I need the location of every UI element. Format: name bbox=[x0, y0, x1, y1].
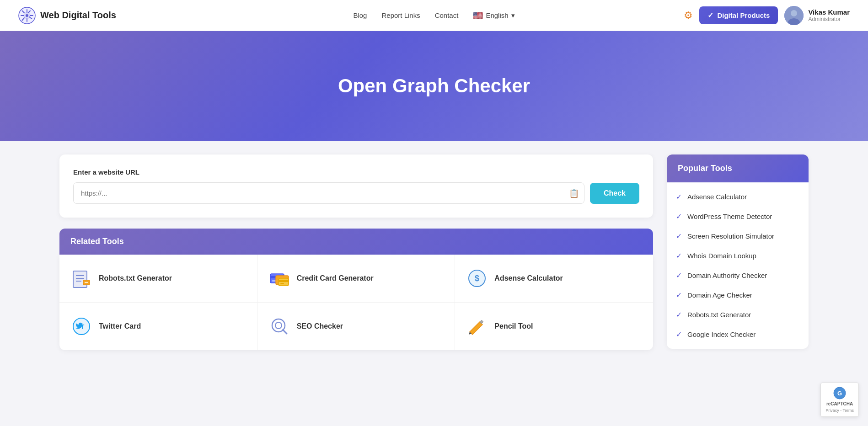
robots-icon bbox=[70, 267, 92, 289]
popular-tool-name: Domain Authority Checker bbox=[687, 272, 767, 279]
user-menu[interactable]: Vikas Kumar Administrator bbox=[784, 6, 850, 25]
seo-icon bbox=[268, 315, 290, 337]
check-icon: ✓ bbox=[676, 291, 682, 299]
popular-tool-item[interactable]: ✓ Domain Age Checker bbox=[667, 285, 809, 305]
popular-tool-name: WordPress Theme Detector bbox=[687, 213, 772, 220]
tool-adsense-name: Adsense Calculator bbox=[494, 274, 563, 282]
nav-report-links[interactable]: Report Links bbox=[381, 11, 420, 19]
popular-tool-item[interactable]: ✓ Google Index Checker bbox=[667, 325, 809, 344]
popular-tool-item[interactable]: ✓ Adsense Calculator bbox=[667, 187, 809, 207]
tool-twitter-card[interactable]: T Twitter Card bbox=[59, 303, 257, 350]
popular-tool-item[interactable]: ✓ Domain Authority Checker bbox=[667, 266, 809, 285]
language-label: English bbox=[486, 11, 508, 19]
settings-button[interactable]: ⚙ bbox=[684, 10, 693, 21]
nav-contact[interactable]: Contact bbox=[435, 11, 459, 19]
tool-credit-card-name: Credit Card Generator bbox=[297, 274, 374, 282]
hero-section: Open Graph Checker bbox=[0, 31, 868, 141]
check-button[interactable]: Check bbox=[590, 183, 639, 204]
twitter-icon: T bbox=[70, 315, 92, 337]
tool-adsense-calculator[interactable]: $ Adsense Calculator bbox=[455, 255, 653, 302]
tool-robots-generator[interactable]: Robots.txt Generator bbox=[59, 255, 257, 302]
svg-point-2 bbox=[26, 14, 28, 17]
logo-icon bbox=[18, 7, 36, 24]
popular-tool-name: Adsense Calculator bbox=[687, 193, 747, 201]
left-column: Enter a website URL 📋 Check Related Tool… bbox=[59, 154, 653, 350]
popular-tools-card: Popular Tools ✓ Adsense Calculator✓ Word… bbox=[667, 154, 809, 349]
related-tools-header: Related Tools bbox=[59, 229, 653, 255]
svg-rect-18 bbox=[280, 283, 284, 284]
tools-grid: Robots.txt Generator bbox=[59, 255, 653, 350]
popular-tools-list: ✓ Adsense Calculator✓ WordPress Theme De… bbox=[667, 182, 809, 349]
tool-robots-name: Robots.txt Generator bbox=[99, 274, 172, 282]
tool-pencil[interactable]: Pencil Tool bbox=[455, 303, 653, 350]
clipboard-button[interactable]: 📋 bbox=[569, 188, 579, 198]
popular-tools-header: Popular Tools bbox=[667, 154, 809, 182]
svg-rect-17 bbox=[279, 280, 289, 282]
tool-seo-name: SEO Checker bbox=[297, 322, 343, 330]
url-input-wrapper: 📋 bbox=[73, 182, 584, 204]
popular-tool-item[interactable]: ✓ Robots.txt Generator bbox=[667, 305, 809, 325]
tool-pencil-name: Pencil Tool bbox=[494, 322, 533, 330]
flag-icon: 🇺🇸 bbox=[473, 11, 483, 21]
url-checker-card: Enter a website URL 📋 Check bbox=[59, 154, 653, 218]
check-icon: ✓ bbox=[676, 271, 682, 280]
tools-row-2: T Twitter Card SEO bbox=[59, 303, 653, 350]
logo-area: Web Digital Tools bbox=[18, 7, 116, 24]
main-nav: Blog Report Links Contact 🇺🇸 English ▾ bbox=[353, 11, 514, 21]
popular-tool-item[interactable]: ✓ Screen Resolution Simulator bbox=[667, 226, 809, 246]
check-icon: ✓ bbox=[676, 330, 682, 339]
user-role: Administrator bbox=[808, 16, 850, 22]
user-info: Vikas Kumar Administrator bbox=[808, 8, 850, 22]
language-selector[interactable]: 🇺🇸 English ▾ bbox=[473, 11, 514, 21]
popular-tool-name: Screen Resolution Simulator bbox=[687, 232, 774, 240]
right-sidebar: Popular Tools ✓ Adsense Calculator✓ Word… bbox=[667, 154, 809, 349]
pencil-icon bbox=[466, 315, 488, 337]
clipboard-icon: 📋 bbox=[569, 189, 579, 198]
header-right: ⚙ ✓ Digital Products Vikas Kumar Adminis… bbox=[684, 6, 850, 25]
tool-seo-checker[interactable]: SEO Checker bbox=[257, 303, 455, 350]
related-tools-section: Related Tools bbox=[59, 229, 653, 350]
digital-products-button[interactable]: ✓ Digital Products bbox=[699, 6, 778, 24]
header: Web Digital Tools Blog Report Links Cont… bbox=[0, 0, 868, 31]
check-icon: ✓ bbox=[676, 232, 682, 240]
popular-tool-name: Google Index Checker bbox=[687, 330, 755, 338]
page-title: Open Graph Checker bbox=[338, 75, 530, 97]
credit-card-icon bbox=[268, 267, 290, 289]
tools-row-1: Robots.txt Generator bbox=[59, 255, 653, 303]
tool-twitter-name: Twitter Card bbox=[99, 322, 141, 330]
chevron-down-icon: ▾ bbox=[511, 11, 515, 20]
url-label: Enter a website URL bbox=[73, 168, 639, 176]
nav-blog[interactable]: Blog bbox=[353, 11, 367, 19]
popular-tool-name: Robots.txt Generator bbox=[687, 311, 751, 319]
gear-icon: ⚙ bbox=[684, 10, 693, 21]
logo-text: Web Digital Tools bbox=[40, 10, 116, 21]
check-icon: ✓ bbox=[676, 310, 682, 319]
svg-point-24 bbox=[275, 322, 282, 329]
check-icon: ✓ bbox=[676, 192, 682, 201]
svg-line-25 bbox=[283, 330, 287, 334]
avatar bbox=[784, 6, 804, 25]
main-content: Enter a website URL 📋 Check Related Tool… bbox=[0, 141, 868, 364]
popular-tool-name: Domain Age Checker bbox=[687, 291, 752, 299]
svg-text:$: $ bbox=[475, 274, 479, 283]
svg-point-4 bbox=[791, 10, 797, 16]
check-icon: ✓ bbox=[676, 212, 682, 221]
adsense-icon: $ bbox=[466, 267, 488, 289]
svg-text:T: T bbox=[80, 323, 85, 330]
user-name: Vikas Kumar bbox=[808, 8, 850, 16]
checkmark-icon: ✓ bbox=[707, 11, 713, 20]
url-input-row: 📋 Check bbox=[73, 182, 639, 204]
digital-products-label: Digital Products bbox=[717, 11, 770, 19]
check-icon: ✓ bbox=[676, 251, 682, 260]
popular-tool-item[interactable]: ✓ Whois Domain Lookup bbox=[667, 246, 809, 266]
tool-credit-card-generator[interactable]: Credit Card Generator bbox=[257, 255, 455, 302]
popular-tool-name: Whois Domain Lookup bbox=[687, 252, 756, 260]
url-input[interactable] bbox=[73, 182, 584, 204]
popular-tool-item[interactable]: ✓ WordPress Theme Detector bbox=[667, 207, 809, 226]
